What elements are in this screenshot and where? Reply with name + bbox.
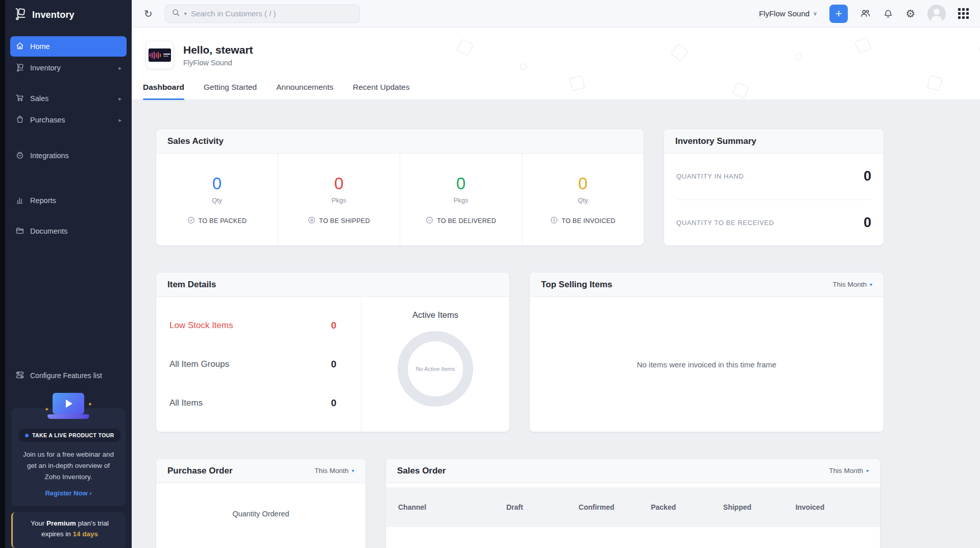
column-header-invoiced: Invoiced (795, 503, 868, 511)
sidebar-item-label: Purchases (30, 116, 65, 124)
cart-icon (15, 93, 24, 104)
purchase-order-card: Purchase Order This Month ▾ Quantity Ord… (156, 458, 366, 548)
configure-features-label: Configure Features list (30, 371, 102, 380)
topbar: ↻ ▾ FlyFlow Sound ∨ + (132, 0, 980, 28)
webinar-promo-panel: TAKE A LIVE PRODUCT TOUR Join us for a f… (11, 408, 126, 506)
sidebar-item-inventory[interactable]: Inventory ▸ (10, 58, 127, 78)
column-header-channel: Channel (398, 503, 506, 511)
to-be-invoiced-stat[interactable]: 0 Qty $ TO BE INVOICED (522, 154, 644, 245)
to-be-shipped-stat[interactable]: 0 Pkgs TO BE SHIPPED (278, 154, 400, 245)
stat-unit: Pkgs (454, 196, 469, 204)
stat-unit: Pkgs (332, 196, 347, 204)
live-dot-icon (25, 434, 29, 437)
to-be-delivered-stat[interactable]: 0 Pkgs TO BE DELIVERED (400, 154, 522, 245)
search-scope-chevron-icon[interactable]: ▾ (184, 11, 187, 16)
recent-activity-icon[interactable]: ↻ (144, 8, 153, 20)
notifications-bell-icon[interactable] (883, 9, 893, 19)
tab-recent-updates[interactable]: Recent Updates (353, 83, 409, 99)
product-tour-label: TAKE A LIVE PRODUCT TOUR (32, 432, 114, 438)
summary-label: QUANTITY TO BE RECEIVED (676, 219, 774, 227)
all-item-groups-row[interactable]: All Item Groups 0 (169, 359, 336, 370)
item-details-card: Item Details Low Stock Items 0 All Item … (156, 272, 510, 432)
item-detail-label: All Items (169, 398, 203, 408)
sidebar-item-documents[interactable]: Documents (10, 221, 127, 241)
sidebar-item-label: Reports (30, 196, 56, 205)
webinar-laptop-illustration: ✦ ✦ (5, 393, 132, 421)
settings-gear-icon[interactable]: ⚙ (905, 8, 915, 20)
filter-label: This Month (314, 467, 349, 475)
quantity-to-be-received-row: QUANTITY TO BE RECEIVED 0 (676, 200, 871, 246)
handtruck-logo-icon (13, 7, 27, 23)
apps-grid-icon[interactable] (958, 8, 969, 19)
low-stock-items-row[interactable]: Low Stock Items 0 (169, 320, 336, 331)
top-selling-filter-dropdown[interactable]: This Month ▾ (832, 281, 872, 288)
check-circle-icon (187, 216, 195, 226)
stat-value: 0 (456, 174, 465, 193)
stat-value: 0 (212, 174, 222, 193)
search-icon (172, 8, 180, 19)
quantity-in-hand-row: QUANTITY IN HAND 0 (676, 154, 871, 200)
filter-label: This Month (832, 281, 867, 288)
org-logo (145, 41, 174, 69)
user-avatar[interactable] (927, 5, 946, 23)
sidebar-item-purchases[interactable]: Purchases ▸ (10, 110, 127, 130)
greeting-title: Hello, stewart (183, 44, 253, 56)
bar-chart-icon (15, 195, 24, 206)
sidebar-item-label: Sales (30, 94, 48, 103)
all-items-row[interactable]: All Items 0 (169, 397, 336, 409)
to-be-packed-stat[interactable]: 0 Qty TO BE PACKED (156, 154, 278, 245)
sidebar-item-integrations[interactable]: Integrations (10, 145, 127, 166)
search-input[interactable] (191, 9, 353, 18)
sparkle-icon: ✦ (44, 406, 49, 413)
configure-features-button[interactable]: Configure Features list (10, 365, 127, 386)
play-icon (66, 400, 72, 408)
column-header-confirmed: Confirmed (579, 503, 651, 511)
sparkle-icon: ✦ (88, 401, 92, 408)
item-detail-value: 0 (331, 320, 336, 331)
stat-status-label: TO BE PACKED (199, 217, 247, 225)
card-title: Inventory Summary (675, 136, 756, 146)
sidebar-item-home[interactable]: Home (10, 36, 127, 57)
premium-trial-notice: Your Premium plan's trial expires in 14 … (11, 512, 126, 548)
users-icon[interactable] (860, 8, 871, 19)
chevron-down-icon: ▾ (870, 282, 872, 287)
inventory-icon (15, 63, 24, 73)
stat-value: 0 (578, 174, 587, 193)
org-name: FlyFlow Sound (183, 59, 253, 67)
stat-unit: Qty (212, 196, 222, 204)
item-detail-label: Low Stock Items (169, 320, 233, 331)
stat-status-label: TO BE SHIPPED (319, 217, 370, 225)
sales-order-table-header: Channel Draft Confirmed Packed Shipped I… (386, 487, 880, 527)
main-area: ↻ ▾ FlyFlow Sound ∨ + (132, 0, 980, 548)
chevron-down-icon: ▾ (352, 468, 354, 474)
home-icon (15, 41, 24, 52)
product-tour-button[interactable]: TAKE A LIVE PRODUCT TOUR (18, 429, 121, 442)
chevron-right-icon: ▸ (118, 117, 121, 123)
tab-getting-started[interactable]: Getting Started (204, 83, 257, 99)
register-now-link[interactable]: Register Now › (18, 489, 118, 497)
purchase-order-filter-dropdown[interactable]: This Month ▾ (314, 467, 354, 475)
donut-empty-label: No Active Items (412, 366, 458, 372)
tab-announcements[interactable]: Announcements (276, 83, 333, 99)
card-title: Top Selling Items (541, 280, 612, 290)
quantity-ordered-label: Quantity Ordered (232, 510, 289, 518)
column-header-packed: Packed (651, 503, 723, 511)
svg-text:$: $ (553, 218, 555, 222)
sales-order-filter-dropdown[interactable]: This Month ▾ (829, 467, 869, 475)
sidebar-item-reports[interactable]: Reports (10, 190, 127, 211)
app-title: Inventory (32, 10, 75, 20)
premium-plan-name: Premium (46, 519, 76, 527)
dashboard-content: Sales Activity 0 Qty TO BE PAC (132, 100, 980, 548)
app-logo[interactable]: Inventory (5, 0, 132, 28)
integrations-icon (15, 151, 24, 161)
zoho-inventory-app: Inventory Home Inventory ▸ (0, 0, 980, 548)
sidebar-item-sales[interactable]: Sales ▸ (10, 88, 127, 109)
page-header: Hello, stewart FlyFlow Sound Dashboard G… (132, 28, 980, 100)
active-items-title: Active Items (412, 310, 458, 320)
sidebar: Inventory Home Inventory ▸ (5, 0, 132, 548)
stat-status-label: TO BE INVOICED (561, 217, 615, 225)
tab-dashboard[interactable]: Dashboard (143, 83, 184, 99)
org-selector[interactable]: FlyFlow Sound ∨ (759, 9, 817, 18)
global-search[interactable]: ▾ (165, 5, 360, 23)
quick-add-button[interactable]: + (829, 5, 848, 23)
